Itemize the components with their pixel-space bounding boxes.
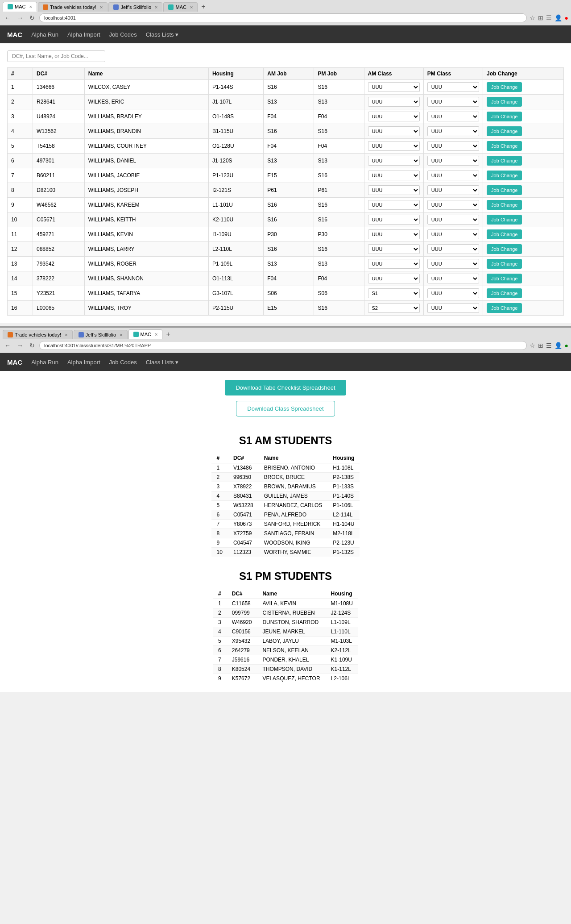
job-change-button[interactable]: Job Change — [487, 156, 522, 166]
job-change-button[interactable]: Job Change — [487, 112, 522, 121]
am-class-select[interactable]: UUUS1S2S3 — [368, 156, 420, 166]
cell-job-change[interactable]: Job Change — [483, 154, 564, 168]
am-class-select[interactable]: UUUS1S2S3 — [368, 229, 420, 239]
am-class-select[interactable]: UUUS1S2S3 — [368, 303, 420, 313]
cell-pm-class[interactable]: UUUS1S2S3 — [423, 257, 483, 271]
pm-class-select[interactable]: UUUS1S2S3 — [427, 303, 479, 313]
tab-mac2[interactable]: MAC × — [163, 2, 198, 12]
back-button-2[interactable]: ← — [3, 341, 12, 350]
cell-job-change[interactable]: Job Change — [483, 139, 564, 154]
pm-class-select[interactable]: UUUS1S2S3 — [427, 215, 479, 225]
pm-class-select[interactable]: UUUS1S2S3 — [427, 171, 479, 180]
tab-mac-1[interactable]: MAC × — [3, 2, 37, 12]
am-class-select[interactable]: UUUS1S2S3 — [368, 274, 420, 283]
cell-job-change[interactable]: Job Change — [483, 80, 564, 95]
search-input[interactable] — [7, 50, 105, 62]
cell-job-change[interactable]: Job Change — [483, 286, 564, 301]
cell-am-class[interactable]: UUUS1S2S3 — [364, 95, 423, 109]
job-change-button[interactable]: Job Change — [487, 303, 522, 313]
pm-class-select[interactable]: UUUS1S2S3 — [427, 288, 479, 298]
cell-pm-class[interactable]: UUUS1S2S3 — [423, 124, 483, 139]
forward-button-1[interactable]: → — [15, 13, 25, 22]
am-class-select[interactable]: UUUS1S2S3 — [368, 141, 420, 151]
cell-pm-class[interactable]: UUUS1S2S3 — [423, 154, 483, 168]
nav-class-lists-2[interactable]: Class Lists ▾ — [146, 359, 178, 366]
download-tabe-button[interactable]: Download Tabe Checklist Spreadsheet — [225, 380, 346, 395]
cell-am-class[interactable]: UUUS1S2S3 — [364, 183, 423, 198]
job-change-button[interactable]: Job Change — [487, 97, 522, 107]
pm-class-select[interactable]: UUUS1S2S3 — [427, 244, 479, 254]
cell-pm-class[interactable]: UUUS1S2S3 — [423, 242, 483, 257]
extensions-icon[interactable]: ⊞ — [538, 14, 543, 21]
tab2-skillfolio[interactable]: Jeff's Skillfolio × — [74, 330, 128, 339]
job-change-button[interactable]: Job Change — [487, 274, 522, 283]
star-icon[interactable]: ☆ — [530, 14, 535, 21]
url-bar-1[interactable]: localhost:4001 — [39, 13, 527, 22]
tab2-close-skill[interactable]: × — [120, 332, 122, 337]
am-class-select[interactable]: UUUS1S2S3 — [368, 82, 420, 92]
cell-am-class[interactable]: UUUS1S2S3 — [364, 271, 423, 286]
cell-am-class[interactable]: UUUS1S2S3 — [364, 301, 423, 316]
pm-class-select[interactable]: UUUS1S2S3 — [427, 112, 479, 121]
new-tab-button-2[interactable]: + — [163, 329, 173, 339]
cell-pm-class[interactable]: UUUS1S2S3 — [423, 271, 483, 286]
cell-job-change[interactable]: Job Change — [483, 124, 564, 139]
cell-am-class[interactable]: UUUS1S2S3 — [364, 168, 423, 183]
pm-class-select[interactable]: UUUS1S2S3 — [427, 126, 479, 136]
profile-icon[interactable]: 👤 — [554, 14, 562, 21]
cell-pm-class[interactable]: UUUS1S2S3 — [423, 183, 483, 198]
url-bar-2[interactable]: localhost:4001/classstudents/S1/MR.%20TR… — [39, 341, 527, 350]
tab-trade[interactable]: Trade vehicles today! × — [38, 2, 108, 12]
cell-am-class[interactable]: UUUS1S2S3 — [364, 124, 423, 139]
cell-pm-class[interactable]: UUUS1S2S3 — [423, 301, 483, 316]
refresh-button-1[interactable]: ↻ — [28, 13, 37, 22]
menu-icon[interactable]: ☰ — [546, 14, 552, 21]
job-change-button[interactable]: Job Change — [487, 244, 522, 254]
pm-class-select[interactable]: UUUS1S2S3 — [427, 274, 479, 283]
pm-class-select[interactable]: UUUS1S2S3 — [427, 141, 479, 151]
profile-icon-2[interactable]: 👤 — [554, 342, 562, 349]
cell-am-class[interactable]: UUUS1S2S3 — [364, 212, 423, 227]
cell-job-change[interactable]: Job Change — [483, 301, 564, 316]
job-change-button[interactable]: Job Change — [487, 126, 522, 136]
cell-pm-class[interactable]: UUUS1S2S3 — [423, 80, 483, 95]
cell-job-change[interactable]: Job Change — [483, 271, 564, 286]
am-class-select[interactable]: UUUS1S2S3 — [368, 200, 420, 210]
job-change-button[interactable]: Job Change — [487, 200, 522, 210]
cell-pm-class[interactable]: UUUS1S2S3 — [423, 212, 483, 227]
am-class-select[interactable]: UUUS1S2S3 — [368, 259, 420, 269]
nav-alpha-import-2[interactable]: Alpha Import — [67, 359, 100, 366]
job-change-button[interactable]: Job Change — [487, 171, 522, 180]
am-class-select[interactable]: UUUS1S2S3 — [368, 185, 420, 195]
job-change-button[interactable]: Job Change — [487, 215, 522, 225]
download-class-button[interactable]: Download Class Spreadsheet — [236, 401, 335, 416]
cell-job-change[interactable]: Job Change — [483, 183, 564, 198]
cell-am-class[interactable]: UUUS1S2S3 — [364, 227, 423, 242]
cell-am-class[interactable]: UUUS1S2S3 — [364, 286, 423, 301]
am-class-select[interactable]: UUUS1S2S3 — [368, 288, 420, 298]
nav-job-codes-2[interactable]: Job Codes — [109, 359, 137, 366]
cell-pm-class[interactable]: UUUS1S2S3 — [423, 227, 483, 242]
cell-pm-class[interactable]: UUUS1S2S3 — [423, 198, 483, 212]
cell-pm-class[interactable]: UUUS1S2S3 — [423, 139, 483, 154]
cell-pm-class[interactable]: UUUS1S2S3 — [423, 286, 483, 301]
close-browser-icon[interactable]: ● — [565, 14, 568, 21]
cell-job-change[interactable]: Job Change — [483, 109, 564, 124]
nav-alpha-run-1[interactable]: Alpha Run — [31, 31, 58, 38]
am-class-select[interactable]: UUUS1S2S3 — [368, 215, 420, 225]
extensions-icon-2[interactable]: ⊞ — [538, 342, 543, 349]
nav-alpha-run-2[interactable]: Alpha Run — [31, 359, 58, 366]
cell-am-class[interactable]: UUUS1S2S3 — [364, 139, 423, 154]
cell-job-change[interactable]: Job Change — [483, 257, 564, 271]
pm-class-select[interactable]: UUUS1S2S3 — [427, 97, 479, 107]
tab2-mac[interactable]: MAC × — [128, 329, 163, 339]
tab-close-skill[interactable]: × — [155, 4, 157, 10]
pm-class-select[interactable]: UUUS1S2S3 — [427, 229, 479, 239]
star-icon-2[interactable]: ☆ — [530, 342, 535, 349]
cell-pm-class[interactable]: UUUS1S2S3 — [423, 109, 483, 124]
cell-am-class[interactable]: UUUS1S2S3 — [364, 109, 423, 124]
tab2-trade[interactable]: Trade vehicles today! × — [3, 330, 73, 339]
nav-class-lists-1[interactable]: Class Lists ▾ — [146, 31, 178, 38]
tab2-close-trade[interactable]: × — [65, 332, 67, 337]
new-tab-button[interactable]: + — [199, 2, 208, 12]
